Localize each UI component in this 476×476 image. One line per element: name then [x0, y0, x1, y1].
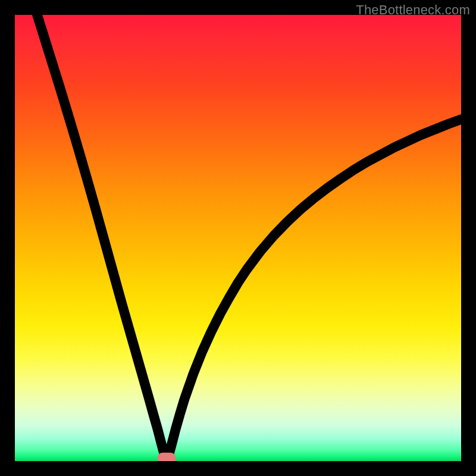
plot-area: [15, 15, 461, 461]
notch-marker: [159, 455, 174, 462]
chart-svg: [15, 15, 461, 461]
bottleneck-curve: [37, 15, 462, 459]
chart-frame: TheBottleneck.com: [0, 0, 476, 476]
